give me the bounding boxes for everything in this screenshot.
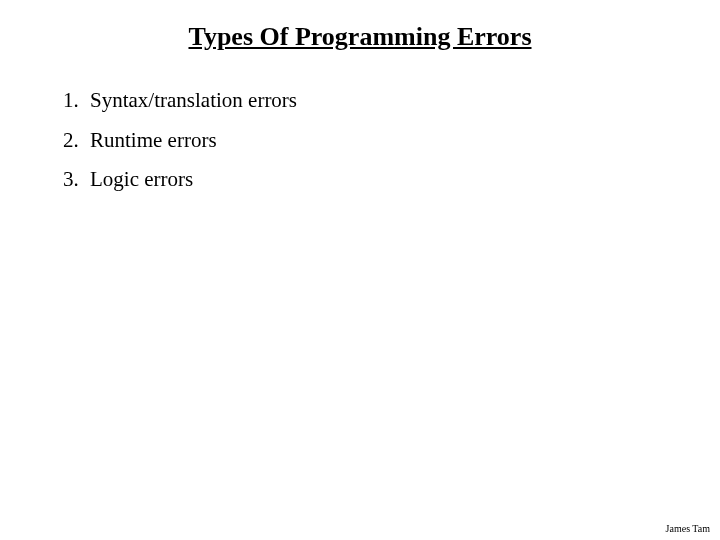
- list-item: Runtime errors: [84, 124, 690, 158]
- list-item: Logic errors: [84, 163, 690, 197]
- list-item: Syntax/translation errors: [84, 84, 690, 118]
- slide-title: Types Of Programming Errors: [30, 22, 690, 52]
- author-credit: James Tam: [666, 523, 710, 534]
- slide-container: Types Of Programming Errors Syntax/trans…: [0, 0, 720, 197]
- error-types-list: Syntax/translation errors Runtime errors…: [30, 84, 690, 197]
